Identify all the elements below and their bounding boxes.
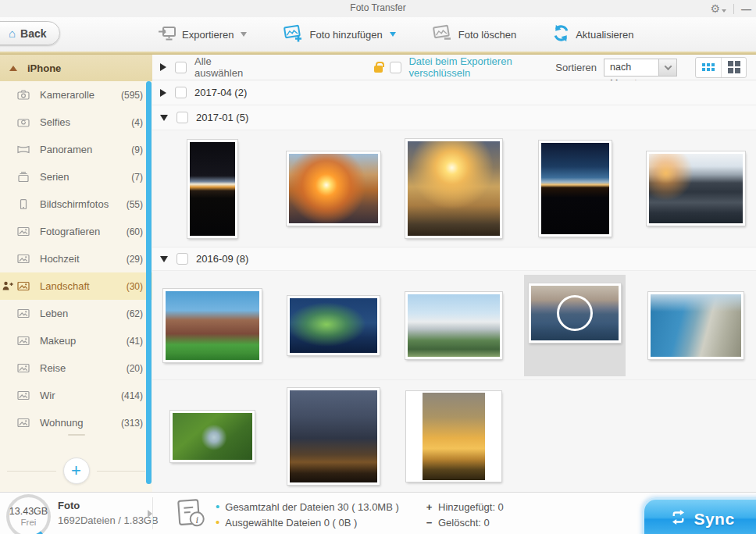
- large-thumbnails-button[interactable]: [721, 58, 746, 77]
- photo-thumbnail[interactable]: [405, 139, 502, 238]
- sidebar-item-reise[interactable]: Reise (20): [0, 354, 152, 382]
- sidebar-item-kamerarolle[interactable]: Kamerarolle (595): [0, 81, 152, 109]
- sidebar-item-makeup[interactable]: Makeup (41): [0, 327, 152, 354]
- sidebar-item-label: Landschaft: [40, 280, 90, 292]
- group-label: 2017-04 (2): [194, 87, 247, 98]
- back-button[interactable]: ⌂ Back: [0, 21, 60, 45]
- encrypt-checkbox[interactable]: [390, 62, 401, 73]
- lock-icon: [374, 66, 383, 73]
- sidebar-item-count: (30): [127, 281, 143, 292]
- select-all-checkbox[interactable]: [175, 62, 187, 73]
- home-icon: ⌂: [9, 27, 16, 39]
- sidebar-item-label: Hochzeit: [40, 253, 80, 265]
- device-header[interactable]: iPhone: [0, 55, 152, 81]
- delete-photo-button[interactable]: Foto löschen: [432, 24, 516, 44]
- add-photo-button[interactable]: Foto hinzufügen: [283, 24, 395, 44]
- add-photo-caret-icon: [390, 32, 396, 37]
- album-icon: [17, 226, 30, 237]
- sidebar-item-label: Wohnung: [40, 417, 83, 429]
- sidebar-item-label: Selfies: [40, 116, 70, 128]
- sidebar-item-wohnung[interactable]: Wohnung (313): [0, 409, 152, 436]
- photo-thumbnail[interactable]: [287, 151, 380, 226]
- photo-thumbnail[interactable]: [405, 292, 502, 359]
- delta-stats: + Hinzugefügt: 0 − Gelöscht: 0: [426, 499, 504, 530]
- expand-triangle-icon[interactable]: [160, 89, 166, 97]
- sidebar-item-fotografieren[interactable]: Fotografieren (60): [0, 218, 152, 245]
- refresh-label: Aktualisieren: [576, 29, 633, 41]
- sidebar-item-count: (414): [121, 390, 143, 401]
- total-files-label: Gesamtzahl der Dateien 30 ( 13.0MB ): [225, 501, 399, 513]
- sidebar-item-count: (62): [127, 308, 143, 319]
- sidebar-item-leben[interactable]: Leben (62): [0, 300, 152, 327]
- sidebar-item-count: (313): [121, 418, 143, 429]
- sidebar-item-landschaft-selected[interactable]: Landschaft (30): [0, 272, 152, 300]
- collapse-all-triangle-icon[interactable]: [160, 63, 166, 71]
- sidebar-item-selfies[interactable]: Selfies (4): [0, 109, 152, 136]
- export-button[interactable]: Exportieren: [158, 26, 247, 44]
- photo-thumbnail[interactable]: [648, 292, 744, 359]
- group-checkbox[interactable]: [175, 87, 187, 98]
- sidebar-item-label: Makeup: [40, 335, 76, 347]
- sort-dropdown[interactable]: nach Monat: [604, 59, 677, 77]
- group-row-2017-04[interactable]: 2017-04 (2): [152, 80, 756, 105]
- window-title: Foto Transfer: [0, 0, 756, 16]
- sync-label: Sync: [694, 510, 734, 529]
- group-row-2017-01[interactable]: 2017-01 (5): [152, 105, 756, 130]
- grid-large-icon: [728, 61, 740, 73]
- photo-row: [152, 130, 756, 247]
- add-album-button[interactable]: +: [63, 457, 90, 484]
- add-album-row: +: [0, 457, 152, 484]
- expand-arrow-icon[interactable]: [148, 510, 152, 518]
- photo-thumbnail[interactable]: [187, 140, 237, 238]
- photo-thumbnail[interactable]: [163, 289, 262, 362]
- device-label: iPhone: [27, 62, 61, 74]
- refresh-button[interactable]: Aktualisieren: [552, 24, 633, 44]
- photo-thumbnail[interactable]: [539, 141, 612, 237]
- sidebar-item-label: Serien: [40, 171, 70, 183]
- sidebar-item-count: (20): [127, 363, 143, 374]
- sort-dropdown-button[interactable]: [658, 59, 676, 76]
- sync-button[interactable]: Sync: [642, 497, 756, 534]
- sidebar-item-label: Reise: [40, 362, 66, 374]
- statusbar: 13.43GB Frei Foto 1692Dateien / 1.83GB i…: [0, 492, 756, 534]
- minimize-button[interactable]: —: [741, 3, 751, 15]
- photo-thumbnail[interactable]: [647, 151, 745, 226]
- small-thumbnails-button[interactable]: [696, 58, 721, 77]
- add-photo-icon: [283, 24, 304, 44]
- photo-thumbnail-hovered[interactable]: [524, 275, 626, 376]
- sidebar-item-hochzeit[interactable]: Hochzeit (29): [0, 245, 152, 272]
- group-label: 2017-01 (5): [196, 112, 248, 123]
- group-checkbox[interactable]: [177, 253, 188, 265]
- sidebar-item-count: (29): [127, 254, 143, 265]
- collapse-triangle-icon[interactable]: [160, 115, 168, 121]
- album-icon: [17, 308, 30, 319]
- file-info-icon: i: [175, 499, 208, 531]
- album-icon: [17, 336, 30, 346]
- sidebar-item-panoramen[interactable]: Panoramen (9): [0, 136, 152, 163]
- photo-thumbnail[interactable]: [287, 388, 380, 485]
- media-type-label: Foto: [58, 500, 159, 511]
- svg-text:i: i: [195, 514, 198, 525]
- settings-button[interactable]: ⚙: [710, 3, 726, 14]
- deleted-label: Gelöscht: 0: [438, 517, 490, 529]
- sidebar-item-serien[interactable]: Serien (7): [0, 163, 152, 190]
- group-checkbox[interactable]: [177, 112, 188, 123]
- sidebar-item-label: Kamerarolle: [40, 89, 94, 101]
- yellow-bullet-icon: •: [216, 518, 219, 526]
- sidebar-item-bildschirmfotos[interactable]: Bildschirmfotos (55): [0, 190, 152, 218]
- collapse-triangle-icon[interactable]: [160, 256, 168, 262]
- panorama-icon: [17, 144, 30, 155]
- group-label: 2016-09 (8): [196, 253, 248, 265]
- sidebar-item-wir[interactable]: Wir (414): [0, 382, 152, 409]
- photo-thumbnail[interactable]: [406, 391, 501, 482]
- selfie-icon: [17, 117, 30, 127]
- toolbar: ⌂ Back Exportieren Foto hinzufügen Foto …: [0, 17, 756, 52]
- sidebar-item-count: (41): [127, 336, 143, 347]
- photo-thumbnail[interactable]: [170, 411, 255, 462]
- group-row-2016-09[interactable]: 2016-09 (8): [152, 247, 756, 271]
- file-stats: • Gesamtzahl der Dateien 30 ( 13.0MB ) •…: [216, 499, 399, 530]
- camera-icon: [17, 90, 30, 100]
- photo-thumbnail[interactable]: [287, 296, 380, 355]
- sidebar-item-label: Bildschirmfotos: [40, 198, 109, 210]
- sidebar-scrollbar[interactable]: [146, 81, 152, 484]
